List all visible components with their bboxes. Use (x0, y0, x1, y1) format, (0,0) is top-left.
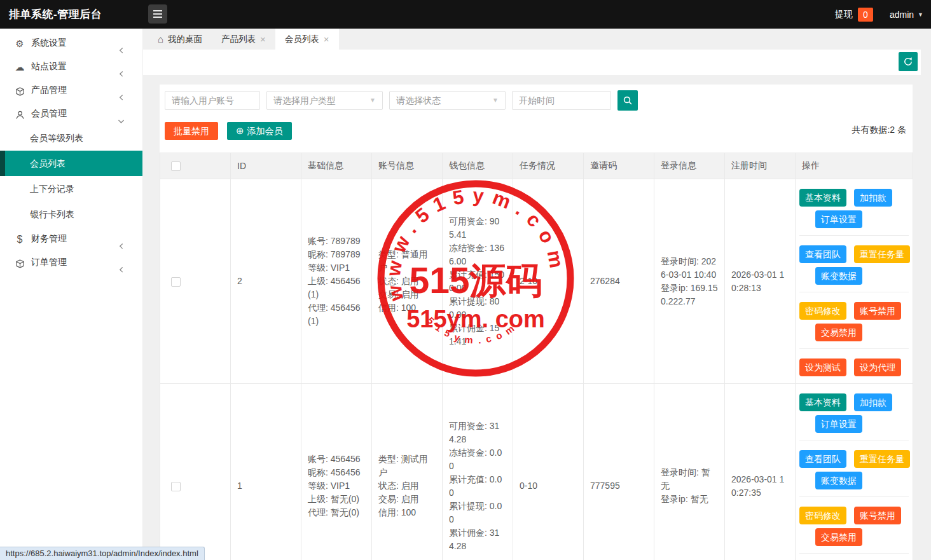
chevron-down-icon: ▼ (492, 92, 499, 109)
cell-task-status: 2-10 (513, 179, 584, 384)
tabbar: ⌂ 我的桌面 产品列表 × 会员列表 × (143, 29, 931, 50)
add-deduct-button[interactable]: 加扣款 (854, 393, 892, 411)
sidebar-item-site-settings[interactable]: ☁站点设置 (0, 55, 142, 78)
sidebar-item-label: 订单管理 (31, 257, 67, 267)
withdraw-link[interactable]: 提现 0 (835, 8, 873, 22)
sidebar-item-bank-card-list[interactable]: 银行卡列表 (0, 201, 142, 227)
view-team-button[interactable]: 查看团队 (799, 450, 846, 468)
sidebar-item-label: 站点设置 (31, 61, 67, 71)
order-settings-button[interactable]: 订单设置 (815, 210, 862, 228)
sidebar-item-finance-management[interactable]: $财务管理 (0, 227, 142, 250)
search-button[interactable] (617, 90, 638, 111)
status-select[interactable]: 请选择状态 ▼ (389, 91, 506, 110)
sidebar-item-member-level-list[interactable]: 会员等级列表 (0, 125, 142, 151)
withdraw-label: 提现 (835, 9, 853, 20)
search-icon (623, 95, 633, 106)
plus-circle-icon: ⊕ (236, 122, 244, 140)
cell-task-status: 0-10 (513, 384, 584, 560)
sidebar-item-member-list[interactable]: 会员列表 (0, 151, 142, 176)
close-icon[interactable]: × (260, 34, 266, 44)
trade-disable-button[interactable]: 交易禁用 (815, 528, 862, 546)
col-login-info: 登录信息 (654, 153, 725, 179)
reset-task-button[interactable]: 重置任务量 (854, 245, 910, 263)
cube-icon (14, 251, 25, 275)
cell-actions: 基本资料 加扣款 订单设置 查看团队 重置任务量 (796, 179, 913, 384)
order-settings-button[interactable]: 订单设置 (815, 415, 862, 433)
set-test-button[interactable]: 设为测试 (799, 359, 846, 376)
row-checkbox[interactable] (171, 277, 181, 287)
set-agent-button[interactable]: 设为代理 (854, 359, 901, 376)
trade-disable-button[interactable]: 交易禁用 (815, 324, 862, 341)
add-deduct-button[interactable]: 加扣款 (854, 189, 892, 207)
dollar-icon: $ (14, 228, 25, 251)
add-member-button[interactable]: ⊕添加会员 (227, 122, 292, 140)
basic-info-button[interactable]: 基本资料 (799, 393, 846, 411)
user-icon (14, 102, 25, 126)
cell-register-time: 2026-03-01 10:27:35 (725, 384, 796, 560)
sidebar-item-member-management[interactable]: 会员管理 (0, 102, 142, 125)
select-value: 请选择用户类型 (273, 95, 336, 106)
chevron-left-icon (118, 259, 125, 282)
main-area: ⌂ 我的桌面 产品列表 × 会员列表 × 请选择用户类型 ▼ 请选择状态 ▼ (143, 29, 931, 560)
col-id: ID (231, 153, 301, 179)
sidebar: ⚙系统设置 ☁站点设置 产品管理 会员管理 会员等级列表 会员列表 上下分记录 … (0, 29, 143, 560)
account-search-input[interactable] (165, 91, 260, 110)
chevron-down-icon: ▼ (918, 11, 923, 18)
refresh-button[interactable] (899, 52, 918, 71)
basic-info-button[interactable]: 基本资料 (799, 189, 846, 207)
sidebar-item-updown-records[interactable]: 上下分记录 (0, 176, 142, 201)
account-disable-button[interactable]: 账号禁用 (854, 507, 901, 524)
refresh-icon (903, 57, 913, 67)
col-invite-code: 邀请码 (584, 153, 654, 179)
admin-dropdown[interactable]: admin ▼ (890, 10, 923, 20)
cell-login-info: 登录时间: 2026-03-01 10:40 登录ip: 169.150.222… (654, 179, 725, 384)
sidebar-item-label: 会员管理 (31, 108, 67, 118)
tab-member-list[interactable]: 会员列表 × (275, 29, 339, 50)
cell-id: 1 (231, 384, 301, 560)
col-basic-info: 基础信息 (301, 153, 372, 179)
sidebar-item-system-settings[interactable]: ⚙系统设置 (0, 31, 142, 55)
password-modify-button[interactable]: 密码修改 (799, 302, 846, 320)
cell-invite-code: 276284 (584, 179, 654, 384)
close-icon[interactable]: × (324, 34, 329, 44)
row-checkbox[interactable] (171, 482, 181, 491)
user-type-select[interactable]: 请选择用户类型 ▼ (266, 91, 383, 110)
password-modify-button[interactable]: 密码修改 (799, 507, 846, 524)
account-change-data-button[interactable]: 账变数据 (815, 267, 862, 285)
start-time-input[interactable] (512, 91, 611, 110)
submenu-item-label: 上下分记录 (30, 184, 74, 194)
table-row: 1 账号: 456456 昵称: 456456 等级: VIP1 上级: 暂无(… (160, 384, 913, 560)
cell-wallet-info: 可用资金: 314.28 冻结资金: 0.00 累计充值: 0.00 累计提现:… (443, 384, 513, 560)
withdraw-badge: 0 (858, 8, 873, 22)
total-count: 共有数据:2 条 (852, 125, 906, 136)
cell-wallet-info: 可用资金: 905.41 冻结资金: 1366.00 累计充值: 1500.00… (443, 179, 513, 384)
chevron-down-icon: ▼ (369, 92, 376, 109)
cell-actions: 基本资料 加扣款 订单设置 查看团队 重置任务量 (796, 384, 913, 560)
view-team-button[interactable]: 查看团队 (799, 245, 846, 263)
cube-icon (14, 79, 25, 102)
sidebar-item-order-management[interactable]: 订单管理 (0, 250, 142, 274)
app-title: 排单系统-管理后台 (9, 0, 102, 29)
account-change-data-button[interactable]: 账变数据 (815, 472, 862, 489)
reset-task-button[interactable]: 重置任务量 (854, 450, 910, 468)
tab-my-desktop[interactable]: ⌂ 我的桌面 (148, 29, 212, 50)
account-disable-button[interactable]: 账号禁用 (854, 302, 901, 320)
topbar: 排单系统-管理后台 提现 0 admin ▼ (0, 0, 931, 29)
batch-disable-button[interactable]: 批量禁用 (165, 122, 218, 140)
sidebar-item-product-management[interactable]: 产品管理 (0, 78, 142, 102)
col-wallet-info: 钱包信息 (443, 153, 513, 179)
select-all-checkbox[interactable] (171, 161, 181, 171)
sidebar-item-label: 产品管理 (31, 85, 67, 95)
filter-bar: 请选择用户类型 ▼ 请选择状态 ▼ (165, 91, 638, 111)
table-row: 2 账号: 789789 昵称: 789789 等级: VIP1 上级: 456… (160, 179, 913, 384)
cell-id: 2 (231, 179, 301, 384)
hamburger-icon[interactable] (148, 4, 167, 24)
table-action-bar: 批量禁用 ⊕添加会员 (165, 122, 292, 140)
member-table: ID 基础信息 账号信息 钱包信息 任务情况 邀请码 登录信息 注册时间 操作 … (160, 153, 913, 560)
sidebar-item-label: 系统设置 (31, 38, 67, 48)
home-icon: ⌂ (158, 34, 163, 44)
tab-label: 我的桌面 (168, 34, 202, 45)
tab-product-list[interactable]: 产品列表 × (212, 29, 275, 50)
cell-account-info: 类型: 普通用户 状态: 启用 交易: 启用 信用: 100 (372, 179, 443, 384)
col-account-info: 账号信息 (372, 153, 443, 179)
